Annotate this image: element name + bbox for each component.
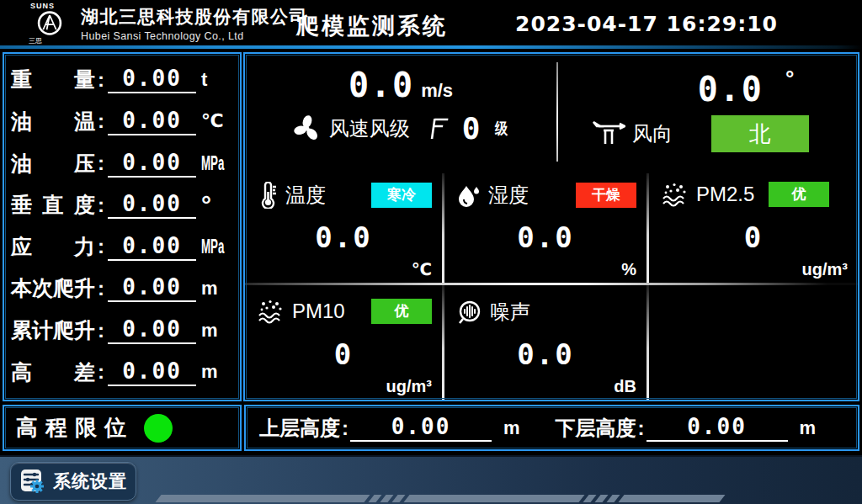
wind-direction-readout: 0.0° [558, 66, 858, 109]
sensor-unit: dB [614, 377, 636, 396]
humidity-icon [456, 182, 482, 209]
company-names: 湖北三思科技股份有限公司 Hubei Sansi Technology Co.,… [81, 5, 308, 42]
wind-direction-unit: ° [785, 66, 794, 91]
verticality-unit: ° [201, 201, 231, 210]
system-settings-label: 系统设置 [53, 470, 127, 493]
sensor-unit: ug/m³ [386, 377, 432, 396]
sensor-cell-pm25: PM2.5 优 0 ug/m³ [649, 168, 858, 283]
row-colon: : [98, 68, 104, 92]
sensor-cell-humidity: 湿度 干燥 0.0 % [444, 168, 646, 283]
cell-header: 湿度 干燥 [444, 168, 646, 209]
value-underline: 0.00 [646, 414, 788, 442]
company-logo: SUNS 三思 [25, 2, 74, 45]
wind-speed-label: 风速风级 [329, 115, 410, 142]
value-underline: 0.00 [350, 414, 492, 442]
height-diff-value: 0.00 [122, 358, 182, 384]
row-label: 油 温 [11, 108, 95, 135]
wind-speed-readout: 0.0m/s [245, 66, 556, 104]
row-colon: : [98, 319, 104, 342]
wind-speed-section: 0.0m/s 风速风级 0 级 [245, 54, 556, 168]
stress-unit: MPa [201, 236, 219, 258]
measure-row-weight: 重 量: 0.00 t [11, 59, 231, 101]
upper-height-value: 0.00 [391, 414, 451, 439]
value-underline: 0.00 [108, 108, 196, 135]
value-underline: 0.00 [108, 358, 196, 386]
sensor-name: PM2.5 [696, 183, 754, 206]
wind-level-unit: 级 [495, 118, 508, 140]
fan-icon [292, 114, 322, 144]
current-climb-value: 0.00 [122, 274, 182, 300]
value-underline: 0.00 [108, 191, 196, 219]
oil-temp-unit: ℃ [201, 110, 231, 132]
sensor-unit: ug/m³ [802, 260, 848, 279]
cell-header: PM10 优 [245, 285, 442, 324]
weight-value: 0.00 [122, 66, 182, 91]
noise-icon [456, 299, 483, 326]
measurement-panel: 重 量: 0.00 t 油 温: 0.00 ℃ 油 压: 0.00 MPa 垂直… [3, 52, 242, 401]
sensor-name: 温度 [285, 182, 326, 209]
oil-pressure-unit: MPa [201, 152, 219, 175]
row-label: 高 差 [11, 358, 95, 386]
row-colon: : [98, 360, 104, 384]
row-colon: : [98, 235, 104, 258]
header-bar: SUNS 三思 湖北三思科技股份有限公司 Hubei Sansi Technol… [0, 0, 862, 45]
elevation-limit-cell: 高程限位 [3, 405, 242, 451]
wind-level-icon [428, 115, 450, 142]
sansi-logo-icon [35, 10, 64, 36]
sensor-unit: ℃ [412, 259, 432, 279]
colon: : [342, 416, 349, 440]
wind-level-value: 0 [462, 111, 482, 146]
cell-header: PM2.5 优 [649, 168, 858, 207]
sensor-cell-noise: 噪声 0.0 dB [444, 285, 646, 400]
dust-icon [661, 182, 689, 207]
company-name-cn: 湖北三思科技股份有限公司 [81, 5, 308, 29]
verticality-value: 0.00 [122, 191, 182, 216]
sensor-cell-empty [649, 285, 858, 400]
sensor-value: 0.0 [444, 220, 646, 254]
row-label: 本次爬升 [11, 274, 95, 302]
sensor-name: 湿度 [488, 182, 529, 209]
logo-sansi-text: 三思 [29, 36, 42, 45]
wind-vane-icon [592, 119, 625, 149]
measure-row-oil-temp: 油 温: 0.00 ℃ [11, 101, 231, 143]
system-settings-button[interactable]: 系统设置 [10, 462, 136, 501]
status-badge: 优 [371, 299, 432, 324]
wind-level-readout: 风速风级 0 级 [245, 111, 556, 146]
thermometer-icon [257, 182, 279, 209]
settings-icon [19, 468, 46, 495]
upper-height-group: 上层高度: 0.00 m [259, 414, 549, 442]
company-name-en: Hubei Sansi Technology Co., Ltd [81, 30, 308, 42]
upper-height-unit: m [503, 417, 520, 439]
wind-speed-value: 0.0 [349, 66, 414, 104]
sensor-value: 0 [649, 220, 858, 254]
sensor-unit: % [621, 260, 636, 279]
measure-row-stress: 应 力: 0.00 MPa [11, 226, 231, 268]
measure-row-height-diff: 高 差: 0.00 m [11, 351, 231, 393]
row-label: 重 量 [11, 66, 95, 93]
row-colon: : [98, 151, 104, 175]
sensor-value: 0.0 [245, 220, 442, 254]
header-divider [0, 45, 862, 49]
total-climb-unit: m [201, 320, 231, 342]
cell-header: 噪声 [444, 285, 646, 326]
sensor-value: 0 [245, 337, 442, 371]
oil-pressure-value: 0.00 [122, 150, 182, 175]
stress-value: 0.00 [122, 233, 182, 258]
layer-heights-row: 上层高度: 0.00 m 下层高度: 0.00 m [246, 406, 858, 449]
measure-row-verticality: 垂直度: 0.00 ° [11, 184, 231, 226]
sensor-cell-temperature: 温度 寒冷 0.0 ℃ [245, 168, 442, 283]
datetime-display: 2023-04-17 16:29:10 [515, 12, 778, 36]
wind-direction-label: 风向 [632, 120, 673, 147]
lower-height-label: 下层高度 [556, 415, 636, 442]
sensor-cell-pm10: PM10 优 0 ug/m³ [245, 285, 442, 400]
environment-panel: 0.0m/s 风速风级 0 级 [243, 52, 859, 401]
current-climb-unit: m [201, 278, 231, 300]
status-badge: 寒冷 [371, 183, 432, 208]
cell-header: 温度 寒冷 [245, 168, 442, 209]
row-colon: : [98, 109, 104, 133]
colon: : [638, 416, 645, 440]
monitor-screen: SUNS 三思 湖北三思科技股份有限公司 Hubei Sansi Technol… [0, 0, 862, 504]
decoration-bar [403, 495, 584, 502]
row-label: 油 压 [11, 150, 95, 178]
elevation-limit-status-light [144, 414, 173, 443]
